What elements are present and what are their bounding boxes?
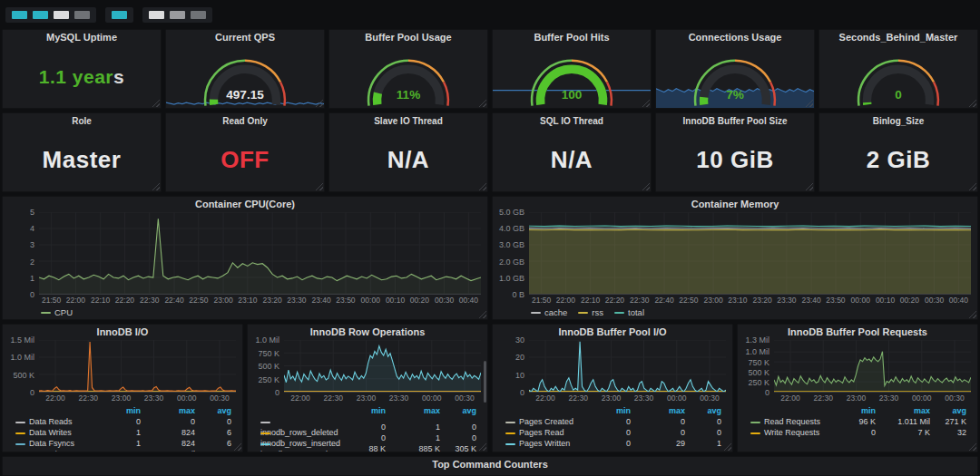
legend-table: minmaxavgRead Requests96 K1.011 Mil271 K… — [738, 403, 977, 452]
plot-area[interactable] — [529, 212, 971, 295]
legend-series[interactable]: Data Writes18246 — [15, 427, 231, 438]
uptime-suffix: s — [113, 66, 124, 88]
panel-connections-usage: Connections Usage 7% — [655, 29, 815, 109]
x-axis: 21:5022:0022:1022:2022:3022:4022:5023:00… — [39, 295, 481, 306]
legend-table: minmaxavgPages Created000Pages Read000Pa… — [493, 403, 732, 452]
panel-title[interactable]: Container Memory — [493, 197, 977, 212]
x-axis: 22:0022:3023:0023:3000:0000:30 — [774, 393, 971, 403]
panel-title[interactable]: Seconds_Behind_Master — [819, 30, 977, 45]
panel-title[interactable]: InnoDB I/O — [3, 325, 242, 340]
panel-buffer-pool-hits: Buffer Pool Hits 100 — [492, 29, 652, 109]
plot-area[interactable] — [39, 212, 481, 295]
uptime-value: 1.1 years — [3, 45, 161, 108]
plot-area[interactable] — [529, 340, 726, 393]
legend-series[interactable]: Pages Written0291 — [505, 438, 721, 449]
svg-text:11%: 11% — [397, 88, 420, 102]
panel-title[interactable]: SQL IO Thread — [493, 113, 651, 129]
stat-value: N/A — [493, 129, 651, 191]
dashboard-grid: MySQL Uptime 1.1 years Current QPS 497.1… — [0, 27, 980, 476]
panel-title[interactable]: InnoDB Buffer Pool Requests — [738, 325, 977, 340]
x-axis: 22:0022:3023:0023:3000:0000:30 — [529, 393, 726, 403]
panel-mysql-uptime: MySQL Uptime 1.1 years — [2, 29, 162, 109]
variable-chip[interactable] — [12, 11, 27, 19]
scrollbar[interactable] — [484, 361, 486, 403]
legend-series[interactable]: Pages Created000 — [505, 416, 721, 427]
legend-series[interactable]: rss — [578, 307, 603, 317]
legend-table: minmaxavginnodb_rows_deleted010innodb_ro… — [248, 403, 487, 452]
legend-series[interactable]: Data Fsyncs18246 — [15, 438, 231, 449]
legend-header: minmaxavg — [260, 405, 476, 416]
panel-container-memory: Container Memory 0 B1.0 GB2.0 GB3.0 GB4.… — [492, 196, 978, 320]
bottom-row: Top Command Counters — [2, 456, 978, 476]
stat-value: N/A — [329, 129, 487, 191]
panel-title[interactable]: Top Command Counters — [3, 457, 977, 472]
panel-title[interactable]: Connections Usage — [656, 30, 814, 45]
plot-area[interactable] — [39, 340, 236, 393]
seconds-behind-master-gauge: 0 — [819, 45, 977, 108]
variable-chip[interactable] — [112, 11, 127, 19]
variable-chip[interactable] — [74, 11, 90, 19]
panel-title[interactable]: Buffer Pool Usage — [329, 30, 487, 45]
y-axis: 0500 K1.0 Mil1.5 Mil — [3, 340, 39, 393]
panel-title[interactable]: Binlog_Size — [819, 113, 977, 129]
innodb-row-operations-chart[interactable]: 0250 K500 K750 K1.0 Mil22:0022:3023:0023… — [248, 340, 487, 452]
legend-series[interactable]: Log Writes5 K1.445 Mil33 K — [15, 449, 231, 452]
panel-title[interactable]: InnoDB Buffer Pool I/O — [493, 325, 732, 340]
panel-title[interactable]: Current QPS — [166, 30, 324, 45]
svg-text:0: 0 — [895, 88, 902, 102]
x-axis: 22:0022:3023:0023:3000:0000:30 — [39, 393, 236, 403]
legend-series[interactable]: Data Reads000 — [15, 416, 231, 427]
legend-header: minmaxavg — [750, 405, 966, 416]
legend-series[interactable]: CPU — [41, 307, 73, 317]
legend-series[interactable]: innodb_rows_deleted010 — [260, 416, 476, 427]
variable-chip[interactable] — [54, 11, 69, 19]
panel-title[interactable]: InnoDB Row Operations — [248, 325, 487, 340]
legend-series[interactable]: Read Requests96 K1.011 Mil271 K — [750, 416, 966, 427]
legend-series[interactable]: total — [614, 307, 644, 317]
panel-innodb-io: InnoDB I/O 0500 K1.0 Mil1.5 Mil22:0022:3… — [2, 324, 243, 452]
panel-title[interactable]: InnoDB Buffer Pool Size — [656, 113, 814, 129]
panel-title[interactable]: Slave IO Thread — [329, 113, 487, 129]
panel-title[interactable]: Read Only — [166, 113, 324, 129]
legend-series[interactable]: Write Requests07 K32 — [750, 427, 966, 438]
qps-gauge: 497.15 — [166, 45, 324, 108]
legend-series[interactable]: Pages Read000 — [505, 427, 721, 438]
panel-title[interactable]: Buffer Pool Hits — [493, 30, 651, 45]
panel-title[interactable]: Role — [3, 113, 161, 129]
panel-innodb-buffer-pool-requests: InnoDB Buffer Pool Requests 0250 K500 K7… — [737, 324, 978, 452]
panel-title[interactable]: Container CPU(Core) — [3, 197, 487, 212]
variable-selector-group[interactable] — [142, 7, 212, 23]
panel-innodb-buffer-pool-io: InnoDB Buffer Pool I/O 010203022:0022:30… — [492, 324, 733, 452]
container-cpu-chart[interactable]: 01234521:5022:0022:1022:2022:3022:4022:5… — [3, 212, 487, 319]
legend-series[interactable]: cache — [531, 307, 567, 317]
innodb-buffer-pool-io-chart[interactable]: 010203022:0022:3023:0023:3000:0000:30min… — [493, 340, 732, 452]
container-memory-chart[interactable]: 0 B1.0 GB2.0 GB3.0 GB4.0 GB5.0 GB21:5022… — [493, 212, 977, 319]
legend: CPU — [3, 306, 487, 319]
stat-value: 2 GiB — [819, 129, 977, 191]
buffer-pool-hits-gauge: 100 — [493, 45, 651, 108]
innodb-io-chart[interactable]: 0500 K1.0 Mil1.5 Mil22:0022:3023:0023:30… — [3, 340, 242, 452]
y-axis: 012345 — [3, 212, 39, 295]
panel-innodb-buffer-pool-size: InnoDB Buffer Pool Size 10 GiB — [655, 112, 815, 192]
variable-chip[interactable] — [149, 11, 164, 19]
variable-chip[interactable] — [170, 11, 185, 19]
plot-area[interactable] — [774, 340, 971, 393]
panel-innodb-row-operations: InnoDB Row Operations 0250 K500 K750 K1.… — [247, 324, 488, 452]
gauge-row: MySQL Uptime 1.1 years Current QPS 497.1… — [2, 29, 978, 109]
variable-selector-group[interactable] — [5, 7, 96, 23]
panel-title[interactable]: MySQL Uptime — [3, 30, 161, 45]
legend-table: minmaxavgData Reads000Data Writes18246Da… — [3, 403, 242, 452]
panel-role: Role Master — [2, 112, 162, 192]
svg-text:100: 100 — [562, 88, 583, 102]
x-axis: 21:5022:0022:1022:2022:3022:4022:5023:00… — [529, 295, 971, 306]
plot-area[interactable] — [284, 340, 481, 393]
svg-text:497.15: 497.15 — [226, 88, 264, 102]
variable-selector-group[interactable] — [105, 7, 133, 23]
panel-slave-io-thread: Slave IO Thread N/A — [328, 112, 488, 192]
variable-chip[interactable] — [191, 11, 206, 19]
connections-usage-gauge: 7% — [656, 45, 814, 108]
variable-chip[interactable] — [33, 11, 48, 19]
innodb-buffer-pool-requests-chart[interactable]: 0250 K500 K750 K1.0 Mil1.3 Mil22:0022:30… — [738, 340, 977, 452]
stat-row: Role Master Read Only OFF Slave IO Threa… — [2, 112, 978, 192]
x-axis: 22:0022:3023:0023:3000:0000:30 — [284, 393, 481, 403]
